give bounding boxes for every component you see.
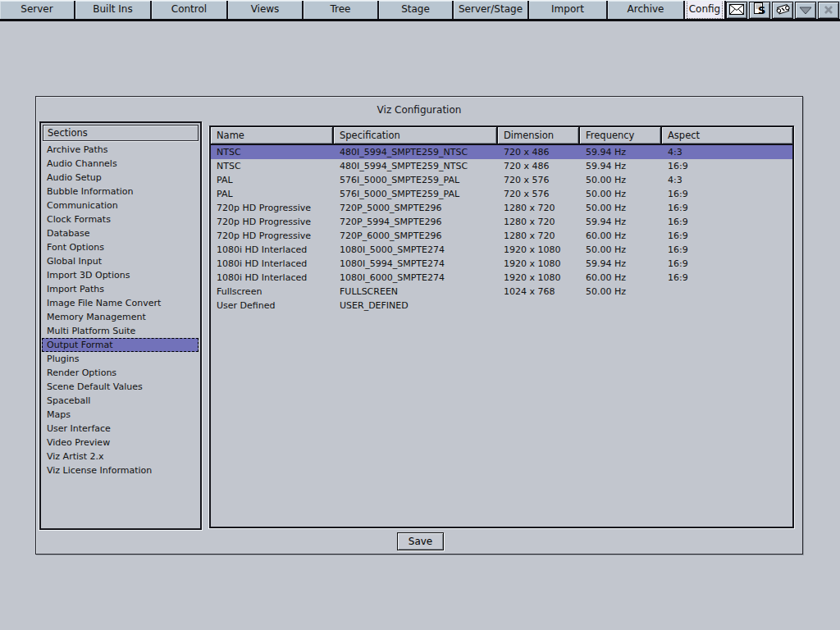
format-row[interactable]: PAL 576I_5000_SMPTE259_PAL 720 x 576 50.…: [211, 173, 792, 187]
cell-name: 1080i HD Interlaced: [211, 271, 334, 285]
format-row[interactable]: 1080i HD Interlaced 1080I_6000_SMPTE274 …: [211, 271, 792, 285]
cell-specification: 1080I_6000_SMPTE274: [334, 271, 498, 285]
tab-archive[interactable]: Archive: [608, 1, 685, 19]
sidebar-item-audio-setup[interactable]: Audio Setup: [42, 171, 199, 185]
sidebar-item-maps[interactable]: Maps: [42, 408, 199, 422]
cell-name: User Defined: [211, 299, 334, 313]
close-button[interactable]: [818, 2, 839, 19]
cell-dimension: 720 x 486: [498, 159, 580, 173]
cell-name: 720p HD Progressive: [211, 229, 334, 243]
sidebar-item-font-options[interactable]: Font Options: [42, 240, 199, 254]
cell-specification: 1080I_5994_SMPTE274: [334, 257, 498, 271]
format-row[interactable]: 1080i HD Interlaced 1080I_5994_SMPTE274 …: [211, 257, 792, 271]
mail-button[interactable]: [726, 2, 747, 19]
cell-aspect: [662, 299, 792, 313]
cell-name: 720p HD Progressive: [211, 201, 334, 215]
sidebar-item-render-options[interactable]: Render Options: [42, 366, 199, 380]
cell-specification: 720P_6000_SMPTE296: [334, 229, 498, 243]
sidebar-item-bubble-information[interactable]: Bubble Information: [42, 185, 199, 199]
sidebar-item-import-paths[interactable]: Import Paths: [42, 282, 199, 296]
cell-frequency: 50.00 Hz: [580, 243, 662, 257]
cell-frequency: 59.94 Hz: [580, 145, 662, 159]
menu-icon-buttons: S: [726, 1, 840, 19]
sidebar-item-global-input[interactable]: Global Input: [42, 254, 199, 268]
format-row[interactable]: NTSC 480I_5994_SMPTE259_NTSC 720 x 486 5…: [211, 145, 792, 159]
cell-frequency: 50.00 Hz: [580, 187, 662, 201]
cell-aspect: 4:3: [662, 145, 792, 159]
tab-label: Tree: [328, 1, 352, 18]
format-row[interactable]: NTSC 480I_5994_SMPTE259_NTSC 720 x 486 5…: [211, 159, 792, 173]
format-row[interactable]: User Defined USER_DEFINED: [211, 299, 792, 313]
output-format-table: Name Specification Dimension Frequency A…: [209, 126, 794, 528]
minimize-button[interactable]: [795, 2, 816, 19]
close-icon: [824, 2, 833, 18]
format-row[interactable]: Fullscreen FULLSCREEN 840 x 630 50.00 H…: [211, 285, 792, 299]
cell-frequency: 59.94 Hz: [580, 159, 662, 173]
save-button[interactable]: Save: [397, 532, 444, 550]
sidebar-item-audio-channels[interactable]: Audio Channels: [42, 157, 199, 171]
scroll-button[interactable]: [772, 2, 793, 19]
cell-aspect: 16:9: [662, 243, 792, 257]
sidebar-item-memory-management[interactable]: Memory Management: [42, 310, 199, 324]
format-row[interactable]: 720p HD Progressive 720P_6000_SMPTE296 1…: [211, 229, 792, 243]
sidebar-item-multi-platform-suite[interactable]: Multi Platform Suite: [42, 324, 199, 338]
cell-aspect: 16:9: [662, 271, 792, 285]
format-row[interactable]: 1080i HD Interlaced 1080I_5000_SMPTE274 …: [211, 243, 792, 257]
cell-name: 1080i HD Interlaced: [211, 243, 334, 257]
tab-label: Config: [687, 1, 723, 18]
tab-built-ins[interactable]: Built Ins: [75, 1, 152, 19]
column-header-dimension: Dimension: [498, 127, 580, 144]
sidebar-item-import-3d-options[interactable]: Import 3D Options: [42, 268, 199, 282]
script-page-button[interactable]: S: [749, 2, 770, 19]
tab-stage[interactable]: Stage: [379, 1, 454, 19]
cell-dimension: 720 x 576: [498, 187, 580, 201]
tab-label: Built Ins: [91, 1, 134, 18]
tab-server-stage[interactable]: Server/Stage: [454, 1, 529, 19]
cell-dimension: 1920 x 1080: [498, 257, 580, 271]
format-row[interactable]: 720p HD Progressive 720P_5000_SMPTE296 1…: [211, 201, 792, 215]
cell-aspect: [662, 285, 792, 299]
tab-views[interactable]: Views: [228, 1, 304, 19]
sidebar-item-database[interactable]: Database: [42, 226, 199, 240]
cell-aspect: 16:9: [662, 215, 792, 229]
main-menu-bar: Server Built Ins Control Views Tree Stag…: [0, 0, 840, 21]
dialog-title: Viz Configuration: [36, 104, 802, 116]
tab-label: Stage: [399, 1, 431, 18]
sidebar-item-clock-formats[interactable]: Clock Formats: [42, 212, 199, 226]
sidebar-item-viz-artist-2x[interactable]: Viz Artist 2.x: [42, 450, 199, 463]
cell-frequency: 60.00 Hz: [580, 229, 662, 243]
cell-specification: 720P_5000_SMPTE296: [334, 201, 498, 215]
sections-header: Sections: [43, 125, 199, 141]
cell-dimension: 1280 x 720: [498, 201, 580, 215]
sidebar-item-communication[interactable]: Communication: [42, 199, 199, 212]
cell-dimension: 1280 x 720: [498, 229, 580, 243]
tab-control[interactable]: Control: [152, 1, 228, 19]
cell-name: 720p HD Progressive: [211, 215, 334, 229]
sidebar-item-plugins[interactable]: Plugins: [42, 352, 199, 366]
sidebar-item-scene-default-values[interactable]: Scene Default Values: [42, 380, 199, 394]
tab-label: Archive: [626, 1, 666, 18]
tab-config[interactable]: Config: [685, 1, 726, 19]
tab-import[interactable]: Import: [529, 1, 608, 19]
cell-name: Fullscreen: [211, 285, 334, 299]
tab-server[interactable]: Server: [0, 1, 75, 19]
cell-specification: 480I_5994_SMPTE259_NTSC: [334, 159, 498, 173]
format-row[interactable]: 720p HD Progressive 720P_5994_SMPTE296 1…: [211, 215, 792, 229]
sidebar-item-image-file-name-convert[interactable]: Image File Name Convert: [42, 296, 199, 310]
column-header-specification: Specification: [334, 127, 498, 144]
sidebar-item-spaceball[interactable]: Spaceball: [42, 394, 199, 408]
sidebar-item-archive-paths[interactable]: Archive Paths: [42, 143, 199, 157]
format-row[interactable]: PAL 576I_5000_SMPTE259_PAL 720 x 576 50.…: [211, 187, 792, 201]
cell-aspect: 16:9: [662, 187, 792, 201]
sidebar-item-video-preview[interactable]: Video Preview: [42, 436, 199, 450]
cell-aspect: 16:9: [662, 229, 792, 243]
sidebar-item-output-format[interactable]: Output Format: [42, 338, 199, 352]
sidebar-item-user-interface[interactable]: User Interface: [42, 422, 199, 436]
sidebar-item-viz-license-information[interactable]: Viz License Information: [42, 463, 199, 477]
cell-frequency: [580, 299, 662, 313]
tab-label: Server/Stage: [457, 1, 524, 18]
cell-aspect: 16:9: [662, 257, 792, 271]
cell-specification: 720P_5994_SMPTE296: [334, 215, 498, 229]
column-header-name: Name: [211, 127, 334, 144]
tab-tree[interactable]: Tree: [304, 1, 379, 19]
